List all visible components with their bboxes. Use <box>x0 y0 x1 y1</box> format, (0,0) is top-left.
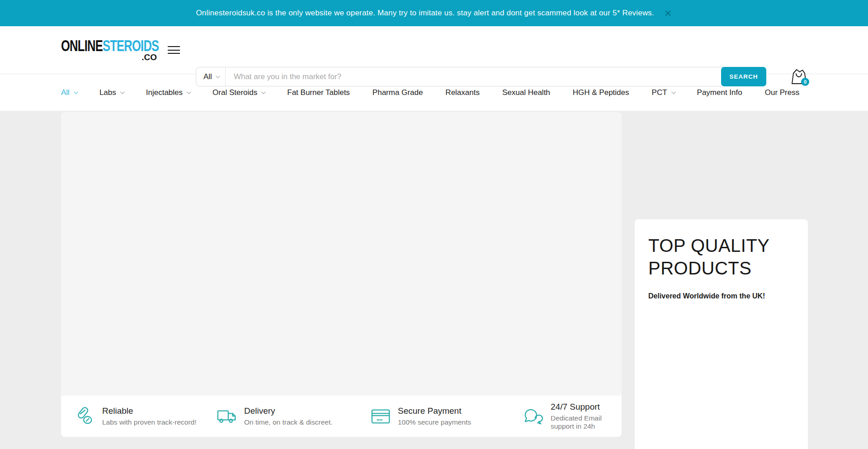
truck-icon <box>217 406 237 427</box>
nav-item-payment-info[interactable]: Payment Info <box>697 88 742 97</box>
logo-text: ONLINESTEROIDS <box>61 37 138 55</box>
search-button[interactable]: SEARCH <box>721 67 766 86</box>
search-input[interactable] <box>226 72 721 81</box>
chevron-down-icon <box>120 90 125 94</box>
search-category-value: All <box>203 72 212 81</box>
chevron-down-icon <box>216 74 220 78</box>
nav-item-fat-burner-tablets[interactable]: Fat Burner Tablets <box>287 88 350 97</box>
chevron-down-icon <box>261 90 266 94</box>
nav-item-all[interactable]: All <box>61 88 77 97</box>
promo-subtitle: Delivered Worldwide from the UK! <box>648 292 794 300</box>
chat-icon <box>523 406 544 427</box>
feature-reliable: Reliable Labs with proven track-record! <box>61 406 201 427</box>
nav-item-hgh-peptides[interactable]: HGH & Peptides <box>573 88 629 97</box>
site-header: ONLINESTEROIDS .CO All SEARCH 0 <box>0 26 868 74</box>
hero-section: TOP QUALITY PRODUCTS Delivered Worldwide… <box>0 111 868 449</box>
chevron-down-icon <box>671 90 676 94</box>
close-icon[interactable]: ✕ <box>664 9 672 18</box>
nav-item-our-press[interactable]: Our Press <box>765 88 800 97</box>
credit-card-icon <box>370 406 391 427</box>
nav-item-labs[interactable]: Labs <box>99 88 123 97</box>
announcement-text: Onlinesteroidsuk.co is the only website … <box>196 9 654 18</box>
nav-item-pct[interactable]: PCT <box>652 88 675 97</box>
cart-count-badge: 0 <box>801 78 809 86</box>
nav-list: All Labs Injectables Oral Steroids Fat B… <box>61 88 799 97</box>
nav-item-relaxants[interactable]: Relaxants <box>445 88 480 97</box>
cart-button[interactable]: 0 <box>791 68 807 85</box>
hero-image-placeholder <box>61 112 622 396</box>
nav-item-pharma-grade[interactable]: Pharma Grade <box>373 88 423 97</box>
feature-secure-payment: Secure Payment 100% secure payments <box>348 406 495 427</box>
features-bar: Reliable Labs with proven track-record! … <box>61 396 622 437</box>
nav-item-sexual-health[interactable]: Sexual Health <box>502 88 550 97</box>
promo-title: TOP QUALITY PRODUCTS <box>648 234 770 279</box>
feature-support: 24/7 Support Dedicated Email support in … <box>495 402 622 430</box>
promo-panel: TOP QUALITY PRODUCTS Delivered Worldwide… <box>635 219 808 449</box>
hamburger-menu-icon[interactable] <box>168 46 180 54</box>
chevron-down-icon <box>187 90 191 94</box>
chevron-down-icon <box>74 90 78 94</box>
feature-delivery: Delivery On time, on track & discreet. <box>201 406 348 427</box>
search-bar: All SEARCH <box>196 67 766 86</box>
announcement-banner: Onlinesteroidsuk.co is the only website … <box>0 0 868 26</box>
pills-icon <box>75 406 95 427</box>
nav-item-oral-steroids[interactable]: Oral Steroids <box>212 88 264 97</box>
site-logo[interactable]: ONLINESTEROIDS .CO <box>61 38 157 62</box>
search-category-dropdown[interactable]: All <box>196 67 226 86</box>
nav-item-injectables[interactable]: Injectables <box>146 88 190 97</box>
